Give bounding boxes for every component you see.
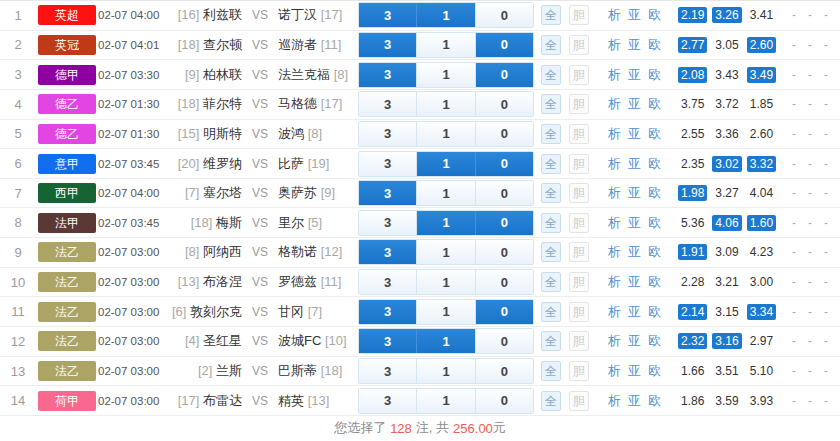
link-asia[interactable]: 亚 (628, 273, 641, 291)
select-all-button[interactable]: 全 (541, 65, 561, 85)
link-europe[interactable]: 欧 (648, 332, 661, 350)
pick-button-lose[interactable]: 0 (475, 63, 533, 87)
banker-button[interactable]: 胆 (569, 124, 589, 144)
link-europe[interactable]: 欧 (648, 95, 661, 113)
link-asia[interactable]: 亚 (628, 155, 641, 173)
banker-button[interactable]: 胆 (569, 213, 589, 233)
pick-button-draw[interactable]: 1 (416, 329, 474, 353)
pick-button-win[interactable]: 3 (359, 181, 416, 205)
select-all-button[interactable]: 全 (541, 272, 561, 292)
link-analysis[interactable]: 析 (608, 214, 621, 232)
link-analysis[interactable]: 析 (608, 184, 621, 202)
link-europe[interactable]: 欧 (648, 214, 661, 232)
banker-button[interactable]: 胆 (569, 5, 589, 25)
link-asia[interactable]: 亚 (628, 36, 641, 54)
pick-button-draw[interactable]: 1 (416, 240, 474, 264)
select-all-button[interactable]: 全 (541, 302, 561, 322)
pick-button-draw[interactable]: 1 (416, 152, 474, 176)
banker-button[interactable]: 胆 (569, 391, 589, 411)
pick-button-draw[interactable]: 1 (416, 270, 474, 294)
pick-button-win[interactable]: 3 (359, 152, 416, 176)
banker-button[interactable]: 胆 (569, 331, 589, 351)
pick-button-lose[interactable]: 0 (475, 92, 533, 116)
select-all-button[interactable]: 全 (541, 213, 561, 233)
pick-button-lose[interactable]: 0 (475, 270, 533, 294)
link-analysis[interactable]: 析 (608, 155, 621, 173)
pick-button-lose[interactable]: 0 (475, 122, 533, 146)
pick-button-draw[interactable]: 1 (416, 211, 474, 235)
pick-button-win[interactable]: 3 (359, 3, 416, 27)
link-analysis[interactable]: 析 (608, 36, 621, 54)
select-all-button[interactable]: 全 (541, 242, 561, 262)
pick-button-lose[interactable]: 0 (475, 300, 533, 324)
link-europe[interactable]: 欧 (648, 36, 661, 54)
link-europe[interactable]: 欧 (648, 273, 661, 291)
link-analysis[interactable]: 析 (608, 273, 621, 291)
select-all-button[interactable]: 全 (541, 154, 561, 174)
select-all-button[interactable]: 全 (541, 331, 561, 351)
link-europe[interactable]: 欧 (648, 243, 661, 261)
pick-button-win[interactable]: 3 (359, 33, 416, 57)
select-all-button[interactable]: 全 (541, 391, 561, 411)
pick-button-win[interactable]: 3 (359, 270, 416, 294)
link-europe[interactable]: 欧 (648, 66, 661, 84)
pick-button-draw[interactable]: 1 (416, 389, 474, 413)
link-analysis[interactable]: 析 (608, 66, 621, 84)
banker-button[interactable]: 胆 (569, 94, 589, 114)
link-asia[interactable]: 亚 (628, 362, 641, 380)
link-analysis[interactable]: 析 (608, 332, 621, 350)
banker-button[interactable]: 胆 (569, 183, 589, 203)
link-europe[interactable]: 欧 (648, 184, 661, 202)
pick-button-lose[interactable]: 0 (475, 329, 533, 353)
link-analysis[interactable]: 析 (608, 303, 621, 321)
pick-button-draw[interactable]: 1 (416, 33, 474, 57)
link-asia[interactable]: 亚 (628, 303, 641, 321)
link-asia[interactable]: 亚 (628, 392, 641, 410)
select-all-button[interactable]: 全 (541, 94, 561, 114)
pick-button-lose[interactable]: 0 (475, 181, 533, 205)
pick-button-win[interactable]: 3 (359, 329, 416, 353)
pick-button-win[interactable]: 3 (359, 240, 416, 264)
link-analysis[interactable]: 析 (608, 392, 621, 410)
link-analysis[interactable]: 析 (608, 125, 621, 143)
select-all-button[interactable]: 全 (541, 183, 561, 203)
link-analysis[interactable]: 析 (608, 243, 621, 261)
link-asia[interactable]: 亚 (628, 95, 641, 113)
link-europe[interactable]: 欧 (648, 155, 661, 173)
pick-button-lose[interactable]: 0 (475, 389, 533, 413)
link-analysis[interactable]: 析 (608, 6, 621, 24)
banker-button[interactable]: 胆 (569, 302, 589, 322)
link-asia[interactable]: 亚 (628, 125, 641, 143)
pick-button-win[interactable]: 3 (359, 300, 416, 324)
pick-button-win[interactable]: 3 (359, 63, 416, 87)
link-analysis[interactable]: 析 (608, 95, 621, 113)
pick-button-draw[interactable]: 1 (416, 92, 474, 116)
pick-button-lose[interactable]: 0 (475, 211, 533, 235)
pick-button-lose[interactable]: 0 (475, 33, 533, 57)
link-europe[interactable]: 欧 (648, 125, 661, 143)
pick-button-win[interactable]: 3 (359, 122, 416, 146)
link-europe[interactable]: 欧 (648, 303, 661, 321)
link-asia[interactable]: 亚 (628, 332, 641, 350)
link-asia[interactable]: 亚 (628, 243, 641, 261)
pick-button-draw[interactable]: 1 (416, 181, 474, 205)
link-europe[interactable]: 欧 (648, 362, 661, 380)
link-europe[interactable]: 欧 (648, 392, 661, 410)
pick-button-win[interactable]: 3 (359, 92, 416, 116)
banker-button[interactable]: 胆 (569, 272, 589, 292)
select-all-button[interactable]: 全 (541, 35, 561, 55)
link-analysis[interactable]: 析 (608, 362, 621, 380)
pick-button-lose[interactable]: 0 (475, 152, 533, 176)
pick-button-lose[interactable]: 0 (475, 240, 533, 264)
pick-button-win[interactable]: 3 (359, 389, 416, 413)
link-asia[interactable]: 亚 (628, 6, 641, 24)
select-all-button[interactable]: 全 (541, 5, 561, 25)
pick-button-draw[interactable]: 1 (416, 359, 474, 383)
pick-button-draw[interactable]: 1 (416, 63, 474, 87)
select-all-button[interactable]: 全 (541, 361, 561, 381)
link-europe[interactable]: 欧 (648, 6, 661, 24)
link-asia[interactable]: 亚 (628, 184, 641, 202)
select-all-button[interactable]: 全 (541, 124, 561, 144)
pick-button-lose[interactable]: 0 (475, 359, 533, 383)
pick-button-draw[interactable]: 1 (416, 300, 474, 324)
